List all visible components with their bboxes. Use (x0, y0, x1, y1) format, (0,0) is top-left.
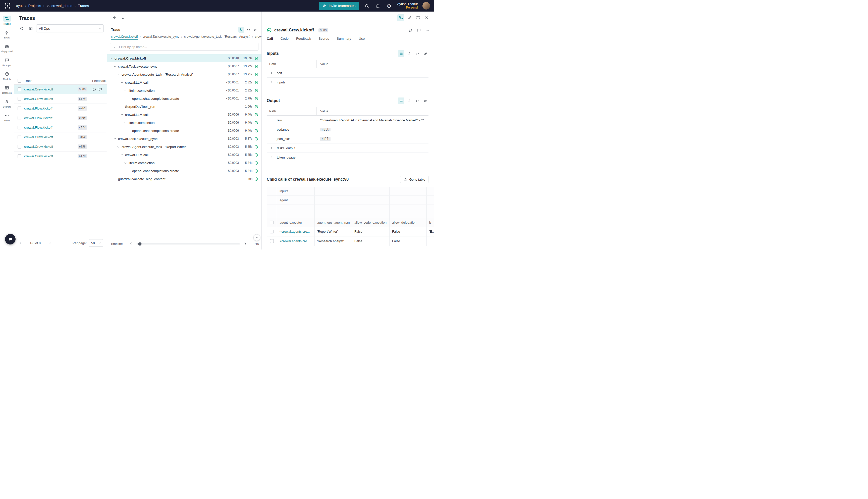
row-checkbox[interactable] (17, 87, 21, 91)
row-checkbox[interactable] (17, 145, 21, 148)
tab-code[interactable]: Code (281, 34, 288, 43)
breadcrumb-projects[interactable]: Projects (28, 4, 41, 8)
split-view-icon[interactable] (397, 14, 404, 21)
chat-launcher-button[interactable] (5, 234, 15, 244)
expand-rows-icon[interactable] (406, 97, 412, 104)
tree-view-icon[interactable] (238, 27, 244, 33)
code-view-icon[interactable] (245, 27, 251, 33)
trace-path-tab[interactable]: crewai.Crew.kickoff (111, 34, 138, 40)
sidebar-item-more[interactable]: More (0, 110, 14, 124)
chevron-down-icon[interactable] (124, 161, 128, 164)
code-view-icon[interactable] (414, 97, 420, 104)
table-row[interactable]: crewai.Crew.kickoff316c (14, 132, 107, 142)
wandb-logo[interactable] (4, 3, 11, 9)
trace-tree-row[interactable]: crewai.LLM.call<$0.00012.82s (107, 78, 261, 86)
sidebar-item-playground[interactable]: Playground (0, 41, 14, 55)
kv-row[interactable]: self (267, 68, 429, 78)
table-row[interactable]: <crewai.agents.cre...'Report Writer'Fals… (267, 227, 434, 236)
breadcrumb-project[interactable]: crewai_demo (47, 4, 72, 8)
tab-feedback[interactable]: Feedback (296, 34, 311, 43)
trace-tree-row[interactable]: openai.chat.completions.create<$0.00012.… (107, 95, 261, 102)
code-view-icon[interactable] (414, 50, 420, 57)
trace-path-tab[interactable]: crewai.LLM.call (255, 34, 261, 40)
chevron-right-icon[interactable] (270, 147, 275, 149)
trace-name-link[interactable]: crewai.Crew.kickoff (24, 97, 76, 101)
sidebar-item-prompts[interactable]: Prompts (0, 55, 14, 69)
user-menu[interactable]: Ayush Thakur Personal (397, 2, 418, 9)
ops-filter-select[interactable]: All Ops (36, 24, 104, 33)
notifications-bell-icon[interactable] (374, 2, 381, 9)
trace-tree-row[interactable]: litellm.completion<$0.00012.82s (107, 86, 261, 95)
flamegraph-view-icon[interactable] (252, 27, 258, 33)
row-checkbox[interactable] (270, 230, 274, 233)
trace-tree-row[interactable]: guardrail-validate_blog_content0ms (107, 175, 261, 183)
trace-tree-row[interactable]: litellm.completion$0.00069.40s (107, 119, 261, 126)
trace-name-link[interactable]: crewai.Flow.kickoff (24, 116, 76, 120)
sidebar-item-traces[interactable]: Traces (0, 14, 14, 27)
list-view-icon[interactable] (398, 97, 404, 104)
per-page-select[interactable]: 50 (89, 239, 103, 247)
trace-tree-row[interactable]: SerperDevTool._run1.66s (107, 102, 261, 111)
chevron-down-icon[interactable] (117, 145, 122, 148)
hide-empty-icon[interactable] (422, 97, 429, 104)
trace-tree-row[interactable]: openai.chat.completions.create$0.00035.8… (107, 167, 261, 175)
chevron-down-icon[interactable] (113, 137, 118, 140)
table-row[interactable]: crewai.Flow.kickoffeab1 (14, 104, 107, 113)
table-row[interactable]: crewai.Crew.kickoff9d89 (14, 85, 107, 94)
chevron-right-icon[interactable] (270, 156, 275, 159)
trace-tree-row[interactable]: crewai.Agent.execute_task - 'Report Writ… (107, 143, 261, 151)
kv-row[interactable]: raw**Investment Report: AI in Chemical a… (267, 115, 429, 125)
hide-empty-icon[interactable] (422, 50, 429, 57)
more-options-icon[interactable] (425, 28, 430, 33)
table-row[interactable]: crewai.Flow.kickoffc5ff (14, 123, 107, 132)
trace-tree-row[interactable]: crewai.Task.execute_sync$0.000713.92s (107, 62, 261, 70)
trace-name-link[interactable]: crewai.Crew.kickoff (24, 154, 76, 158)
chevron-down-icon[interactable] (124, 89, 128, 92)
sidebar-item-scorers[interactable]: Scorers (0, 97, 14, 110)
row-checkbox[interactable] (17, 135, 21, 139)
breadcrumb-entity[interactable]: ayut (16, 4, 23, 8)
chevron-down-icon[interactable] (110, 57, 114, 60)
trace-tree-row[interactable]: crewai.Agent.execute_task - 'Research An… (107, 70, 261, 78)
tab-summary[interactable]: Summary (337, 34, 351, 43)
timeline-slider[interactable] (136, 243, 240, 244)
row-checkbox[interactable] (17, 126, 21, 130)
close-icon[interactable] (423, 14, 430, 21)
expand-rows-icon[interactable] (406, 50, 412, 57)
trace-path-tab[interactable]: crewai.Agent.execute_task - 'Research An… (184, 34, 250, 40)
next-call-icon[interactable] (119, 14, 127, 22)
timeline-slider-handle[interactable] (138, 242, 142, 245)
trace-tree-row[interactable]: crewai.Task.execute_sync$0.00035.87s (107, 135, 261, 143)
kv-row[interactable]: json_dictnull (267, 134, 429, 144)
trace-name-link[interactable]: crewai.Flow.kickoff (24, 107, 76, 110)
chevron-down-icon[interactable] (113, 65, 118, 68)
row-checkbox[interactable] (17, 116, 21, 120)
table-row[interactable]: crewai.Crew.kickoffe058 (14, 142, 107, 151)
trace-name-link[interactable]: crewai.Crew.kickoff (24, 135, 76, 139)
table-row[interactable]: crewai.Flow.kickoffc59f (14, 113, 107, 123)
kv-row[interactable]: pydanticnull (267, 125, 429, 134)
edit-icon[interactable] (406, 14, 413, 21)
next-page-icon[interactable] (47, 240, 53, 246)
tab-call[interactable]: Call (267, 34, 273, 43)
row-checkbox[interactable] (270, 239, 274, 243)
table-row[interactable]: crewai.Crew.kickoff657f (14, 94, 107, 104)
refresh-icon[interactable] (18, 25, 25, 32)
tab-use[interactable]: Use (359, 34, 365, 43)
prev-page-icon[interactable] (17, 240, 24, 246)
trace-tree-row[interactable]: openai.chat.completions.create$0.00069.4… (107, 126, 261, 135)
kv-row[interactable]: inputs (267, 78, 429, 87)
op-filter-input[interactable] (119, 45, 256, 49)
chevron-right-icon[interactable] (270, 72, 275, 74)
search-icon[interactable] (363, 2, 370, 9)
chevron-right-icon[interactable] (270, 81, 275, 84)
column-settings-icon[interactable] (27, 25, 34, 32)
call-ref-link[interactable]: <crewai.agents.cre... (277, 227, 314, 236)
list-view-icon[interactable] (398, 50, 404, 57)
trace-tree-row[interactable]: crewai.Crew.kickoff$0.001019.83s (107, 54, 261, 62)
table-row[interactable]: crewai.Crew.kickoffa17d (14, 151, 107, 161)
fullscreen-icon[interactable] (414, 14, 421, 21)
trace-name-link[interactable]: crewai.Crew.kickoff (24, 145, 76, 148)
trace-name-link[interactable]: crewai.Crew.kickoff (24, 87, 76, 91)
chevron-down-icon[interactable] (117, 73, 122, 76)
